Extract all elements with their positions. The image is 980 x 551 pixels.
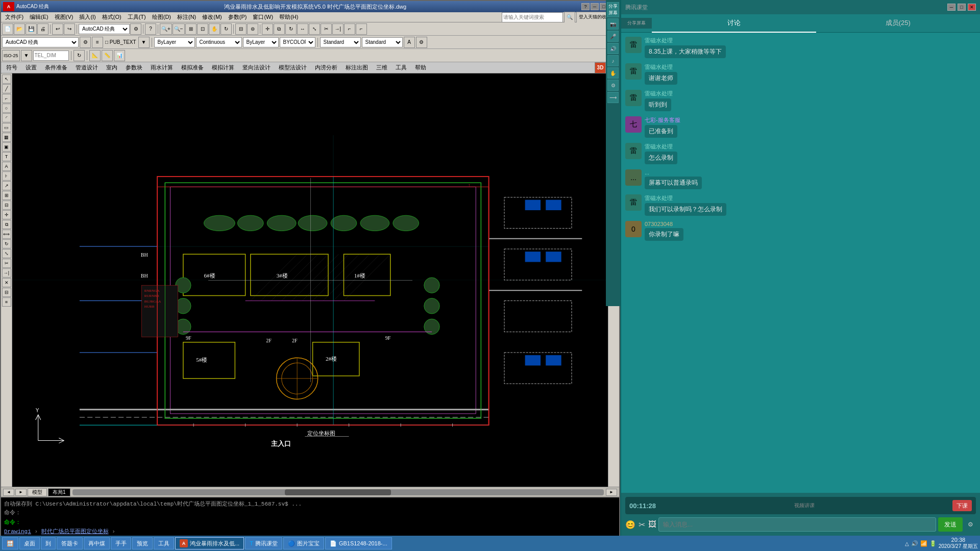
tb-scale[interactable]: ⤡ — [309, 23, 320, 35]
tb-save[interactable]: 💾 — [26, 23, 37, 35]
search-input[interactable] — [502, 12, 563, 22]
taskbar-app-preview[interactable]: 预览 — [132, 537, 153, 549]
plugin-settings[interactable]: 设置 — [21, 63, 41, 72]
tb-open[interactable]: 📂 — [14, 23, 25, 35]
search-btn[interactable]: 🔍 — [564, 12, 575, 23]
tb-orbit[interactable]: ↻ — [220, 23, 232, 35]
lt-text[interactable]: T — [2, 152, 11, 161]
sb-speaker[interactable]: 🔊 — [607, 43, 619, 54]
plugin-conditions[interactable]: 条件准备 — [41, 63, 71, 72]
text-props[interactable]: ⚙ — [416, 37, 427, 48]
sb-settings[interactable]: ⚙ — [607, 80, 619, 91]
help-btn[interactable]: ? — [581, 3, 590, 10]
chat-username[interactable]: 七彩-服务客服 — [645, 116, 976, 124]
taskbar-app-hand[interactable]: 手手 — [111, 537, 131, 549]
menu-edit[interactable]: 编辑(E) — [27, 13, 52, 21]
taskbar-app-zaimeijiao[interactable]: 再中煤 — [84, 537, 110, 549]
3d-icon[interactable]: 3D — [595, 62, 606, 73]
tb-move[interactable]: ✛ — [262, 23, 273, 35]
menu-window[interactable]: 窗口(W) — [250, 13, 276, 21]
taskbar-start[interactable]: 🪟 — [2, 537, 18, 549]
taskbar-app-goto[interactable]: 到 — [41, 537, 56, 549]
more-icons3[interactable]: 📊 — [114, 50, 125, 61]
taskbar-app-tools[interactable]: 工具 — [154, 537, 174, 549]
scroll-left[interactable]: ◄ — [3, 489, 14, 496]
breadcrumb-drawing1[interactable]: Drawing1 — [4, 529, 31, 535]
menu-modify[interactable]: 修改(M) — [199, 13, 225, 21]
lt-scale-tool[interactable]: ⤡ — [2, 249, 11, 258]
tray-arrow[interactable]: △ — [905, 541, 909, 546]
lt-insert[interactable]: ⊟ — [2, 201, 11, 210]
chat-username[interactable]: 雷磁水处理 — [645, 90, 976, 97]
chat-send-btn[interactable]: 发送 — [938, 517, 963, 532]
dimstyle-tb[interactable]: ISO-25 — [2, 50, 20, 61]
lt-rotate-tool[interactable]: ↻ — [2, 239, 11, 248]
taskbar-pdf[interactable]: 📄 GB1S1248-2018-... — [325, 537, 392, 549]
chat-username[interactable]: 雷磁水处理 — [645, 63, 976, 71]
dimstyle-select[interactable]: Standard — [362, 37, 403, 47]
plugin-help[interactable]: 帮助 — [411, 63, 430, 72]
plugin-annotate[interactable]: 标注出图 — [341, 63, 372, 72]
layer-state[interactable]: ▼ — [138, 37, 150, 48]
chat-close[interactable]: ✕ — [968, 4, 976, 11]
app-logo[interactable]: A — [3, 2, 14, 11]
dimstyle-more[interactable]: ▼ — [21, 50, 32, 61]
chat-username[interactable]: ... — [645, 169, 976, 176]
layer-match[interactable]: ≡ — [92, 37, 103, 48]
plugin-modelcalc[interactable]: 模拟计算 — [208, 63, 238, 72]
plugin-rain[interactable]: 雨水计算 — [146, 63, 177, 72]
lt-circle[interactable]: ○ — [2, 104, 11, 113]
tb-help[interactable]: ? — [145, 23, 156, 35]
lt-extend-tool[interactable]: →| — [2, 268, 11, 278]
chat-maximize[interactable]: □ — [958, 4, 966, 11]
tb-undo[interactable]: ↩ — [52, 23, 63, 35]
tb-zoom-window[interactable]: ⊡ — [197, 23, 208, 35]
chat-settings-icon[interactable]: ⚙ — [965, 519, 976, 530]
tb-zoom-in[interactable]: 🔍+ — [160, 23, 172, 35]
plugin-tools[interactable]: 工具 — [391, 63, 411, 72]
plugin-indoor[interactable]: 室内 — [102, 63, 121, 72]
menu-help[interactable]: 帮助(H) — [276, 13, 301, 21]
lt-line[interactable]: ╱ — [2, 84, 11, 93]
layer-select[interactable]: AutoCAD 经典 — [2, 37, 79, 47]
lt-erase[interactable]: ✕ — [2, 278, 11, 287]
menu-file[interactable]: 文件(F) — [2, 13, 27, 21]
lt-block[interactable]: ⊞ — [2, 191, 11, 200]
menu-format[interactable]: 格式(O) — [99, 13, 125, 21]
lt-arc[interactable]: ◜ — [2, 113, 11, 122]
tb-chamfer[interactable]: ⌐ — [356, 23, 367, 35]
sb-exit[interactable]: ⟶ — [607, 92, 619, 103]
chat-username[interactable]: 073023048 — [645, 221, 976, 227]
plugin-waterlog[interactable]: 内涝分析 — [311, 63, 341, 72]
tb-extend[interactable]: →| — [332, 23, 344, 35]
sb-mic[interactable]: 🎤 — [607, 31, 619, 42]
taskbar-cad[interactable]: A 鸿业暴雨排水及低... — [175, 537, 244, 549]
lt-mirror-tool[interactable]: ⟺ — [2, 230, 11, 239]
sb-music[interactable]: ♪ — [607, 55, 619, 66]
plugin-3d[interactable]: 三维 — [372, 63, 391, 72]
scissors-icon[interactable]: ✂ — [639, 520, 645, 530]
dimstyle-update[interactable]: ↻ — [74, 50, 85, 61]
lt-mtext[interactable]: A — [2, 162, 11, 171]
menu-insert[interactable]: 插入(I) — [76, 13, 99, 21]
tb-workspace-settings[interactable]: ⚙ — [130, 23, 141, 35]
tab-model[interactable]: 模型 — [28, 488, 47, 496]
tb-redo[interactable]: ↪ — [64, 23, 75, 35]
menu-view[interactable]: 视图(V) — [52, 13, 77, 21]
hscroll-right[interactable]: ► — [606, 489, 617, 496]
tb-stretch[interactable]: ↔ — [297, 23, 308, 35]
plugin-symbol[interactable]: 符号 — [2, 63, 21, 72]
scroll-right[interactable]: ► — [15, 489, 27, 496]
multiline-text[interactable]: A — [404, 37, 415, 48]
lt-trim-tool[interactable]: ✂ — [2, 259, 11, 268]
chat-username[interactable]: 雷磁水处理 — [645, 143, 976, 151]
taskbar-app-desktop[interactable]: 桌面 — [19, 537, 40, 549]
plugin-modeldesign[interactable]: 模型法设计 — [275, 63, 311, 72]
lineweight-select[interactable]: ByLayer — [243, 37, 279, 47]
tb-copy[interactable]: ⧉ — [274, 23, 285, 35]
lt-region[interactable]: ▣ — [2, 142, 11, 152]
tb-pan[interactable]: ✋ — [209, 23, 220, 35]
emoji-icon[interactable]: 😊 — [625, 520, 635, 530]
lt-copy-tool[interactable]: ⧉ — [2, 220, 11, 229]
lt-move[interactable]: ✛ — [2, 210, 11, 219]
